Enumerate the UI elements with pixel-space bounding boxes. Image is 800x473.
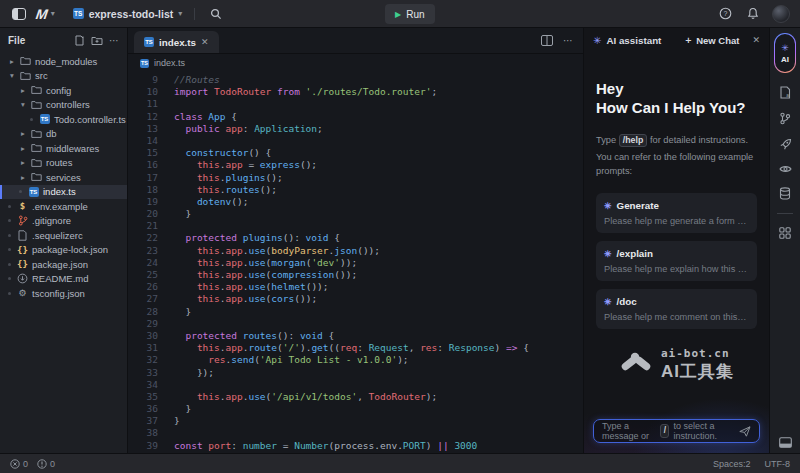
- code-line[interactable]: 15 constructor() {: [128, 147, 583, 159]
- code-line[interactable]: 30 protected routes(): void {: [128, 330, 583, 342]
- code-line[interactable]: 26 this.app.use(helmet());: [128, 281, 583, 293]
- tree-item-services[interactable]: ▸services: [0, 170, 127, 185]
- search-icon[interactable]: [207, 5, 225, 23]
- sidebar-toggle-icon[interactable]: [10, 5, 28, 23]
- indentation-setting[interactable]: Spaces:2: [713, 459, 751, 469]
- code-line[interactable]: 34: [128, 379, 583, 391]
- code-line[interactable]: 32 res.send('Api Todo List - v1.0.0');: [128, 354, 583, 366]
- code-line[interactable]: 10import TodoRouter from './routes/Todo.…: [128, 86, 583, 98]
- database-icon[interactable]: [779, 187, 791, 200]
- split-editor-icon[interactable]: [541, 35, 553, 46]
- code-line[interactable]: 36 }: [128, 403, 583, 415]
- code-line[interactable]: 25 this.app.use(compression());: [128, 269, 583, 281]
- errors-indicator[interactable]: 0: [10, 459, 28, 469]
- prompt-card-doc[interactable]: ✳/docPlease help me comment on this code…: [596, 289, 757, 329]
- chevron-right-icon: ▸: [19, 86, 27, 95]
- code-line[interactable]: 21: [128, 220, 583, 232]
- explorer-title: File: [8, 35, 25, 46]
- warnings-indicator[interactable]: 0: [37, 459, 55, 469]
- code-line[interactable]: 12class App {: [128, 111, 583, 123]
- code-line[interactable]: 29: [128, 318, 583, 330]
- notifications-bell-icon[interactable]: [744, 5, 762, 23]
- code-text: }: [174, 208, 191, 220]
- docs-icon[interactable]: a: [779, 86, 791, 99]
- code-line[interactable]: 37}: [128, 415, 583, 427]
- code-line[interactable]: 33 });: [128, 367, 583, 379]
- ai-assistant-tab[interactable]: ✳ AI: [774, 33, 796, 73]
- prompt-card-generate[interactable]: ✳GeneratePlease help me generate a form …: [596, 193, 757, 233]
- tree-item-middlewares[interactable]: ▸middlewares: [0, 141, 127, 156]
- code-line[interactable]: 24 this.app.use(morgan('dev'));: [128, 257, 583, 269]
- code-line[interactable]: 22 protected plugins(): void {: [128, 232, 583, 244]
- tree-item-label: .sequelizerc: [32, 230, 83, 241]
- tree-item-controllers[interactable]: ▾controllers: [0, 98, 127, 113]
- code-line[interactable]: 9//Routes: [128, 74, 583, 86]
- code-line[interactable]: 14: [128, 135, 583, 147]
- tree-item-package-lock-json[interactable]: {}package-lock.json: [0, 243, 127, 258]
- tree-item-db[interactable]: ▸db: [0, 127, 127, 142]
- tree-item-src[interactable]: ▾src: [0, 69, 127, 84]
- tree-item-config[interactable]: ▸config: [0, 83, 127, 98]
- tree-item-tsconfig-json[interactable]: ⚙tsconfig.json: [0, 286, 127, 301]
- prompt-description: Please help me generate a form code.: [604, 216, 749, 226]
- folder-icon: [31, 129, 42, 139]
- tree-item-package-json[interactable]: {}package.json: [0, 257, 127, 272]
- code-line[interactable]: 35 this.app.use('/api/v1/todos', TodoRou…: [128, 391, 583, 403]
- tree-item-index-ts[interactable]: TSindex.ts: [0, 185, 127, 200]
- new-folder-icon[interactable]: [91, 35, 103, 46]
- send-message-icon[interactable]: [739, 426, 751, 437]
- folder-icon: [31, 172, 42, 182]
- prompt-card-explain[interactable]: ✳/explainPlease help me explain how this…: [596, 241, 757, 281]
- tree-item--gitignore[interactable]: .gitignore: [0, 214, 127, 229]
- line-number: 15: [128, 147, 158, 159]
- preview-eye-icon[interactable]: [779, 164, 792, 174]
- line-number: 24: [128, 257, 158, 269]
- tab-index-ts[interactable]: TS index.ts ✕: [134, 31, 219, 53]
- tree-item-node-modules[interactable]: ▸node_modules: [0, 54, 127, 69]
- close-tab-icon[interactable]: ✕: [201, 37, 209, 47]
- new-chat-button[interactable]: ＋New Chat: [684, 34, 740, 47]
- code-line[interactable]: 19 dotenv();: [128, 196, 583, 208]
- code-line[interactable]: 39const port: number = Number(process.en…: [128, 440, 583, 452]
- tree-item-todo-controller-ts[interactable]: TSTodo.controller.ts: [0, 112, 127, 127]
- close-panel-icon[interactable]: ✕: [752, 35, 760, 45]
- chat-input[interactable]: Type a message or / to select a instruct…: [593, 419, 760, 443]
- breadcrumb[interactable]: TS index.ts: [128, 54, 583, 72]
- run-button[interactable]: ▶ Run: [385, 4, 435, 24]
- ai-assistant-panel: ✳ AI assistant ＋New Chat ✕ Hey How Can I…: [583, 28, 769, 453]
- explorer-more-icon[interactable]: ⋯: [109, 35, 119, 46]
- code-line[interactable]: 20 }: [128, 208, 583, 220]
- project-switcher[interactable]: TS express-todo-list ▾: [73, 8, 183, 20]
- code-line[interactable]: 23 this.app.use(bodyParser.json());: [128, 245, 583, 257]
- tree-item--sequelizerc[interactable]: .sequelizerc: [0, 228, 127, 243]
- bottom-panel-toggle-icon[interactable]: [779, 437, 792, 448]
- help-command-chip: /help: [619, 134, 648, 148]
- new-file-icon[interactable]: [74, 35, 85, 46]
- deploy-rocket-icon[interactable]: [779, 138, 792, 151]
- code-area[interactable]: 9//Routes10import TodoRouter from './rou…: [128, 72, 583, 453]
- tree-item-readme-md[interactable]: README.md: [0, 272, 127, 287]
- code-line[interactable]: 16 this.app = express();: [128, 159, 583, 171]
- tree-item--env-example[interactable]: $.env.example: [0, 199, 127, 214]
- code-line[interactable]: 28 }: [128, 306, 583, 318]
- git-status-dot: [8, 292, 11, 295]
- apps-grid-icon[interactable]: [779, 227, 791, 239]
- code-line[interactable]: 11: [128, 98, 583, 110]
- tree-item-routes[interactable]: ▸routes: [0, 156, 127, 171]
- code-line[interactable]: 18 this.routes();: [128, 184, 583, 196]
- file-explorer-sidebar: File ⋯ ▸node_modules▾src▸config▾controll…: [0, 28, 128, 453]
- encoding-setting[interactable]: UTF-8: [765, 459, 791, 469]
- editor-more-icon[interactable]: ⋯: [563, 35, 573, 46]
- code-line[interactable]: 38: [128, 427, 583, 439]
- code-text: const port: number = Number(process.env.…: [174, 440, 477, 452]
- code-line[interactable]: 27 this.app.use(cors());: [128, 293, 583, 305]
- help-icon[interactable]: ?: [716, 5, 734, 23]
- code-line[interactable]: 31 this.app.route('/').get((req: Request…: [128, 342, 583, 354]
- code-line[interactable]: 17 this.plugins();: [128, 172, 583, 184]
- ai-sparkle-icon: ✳: [781, 43, 789, 53]
- code-line[interactable]: 13 public app: Application;: [128, 123, 583, 135]
- user-avatar[interactable]: [772, 5, 790, 23]
- app-logo[interactable]: M▾: [36, 5, 55, 23]
- source-control-branch-icon[interactable]: [779, 112, 791, 125]
- ai-sparkle-icon: ✳: [593, 35, 601, 46]
